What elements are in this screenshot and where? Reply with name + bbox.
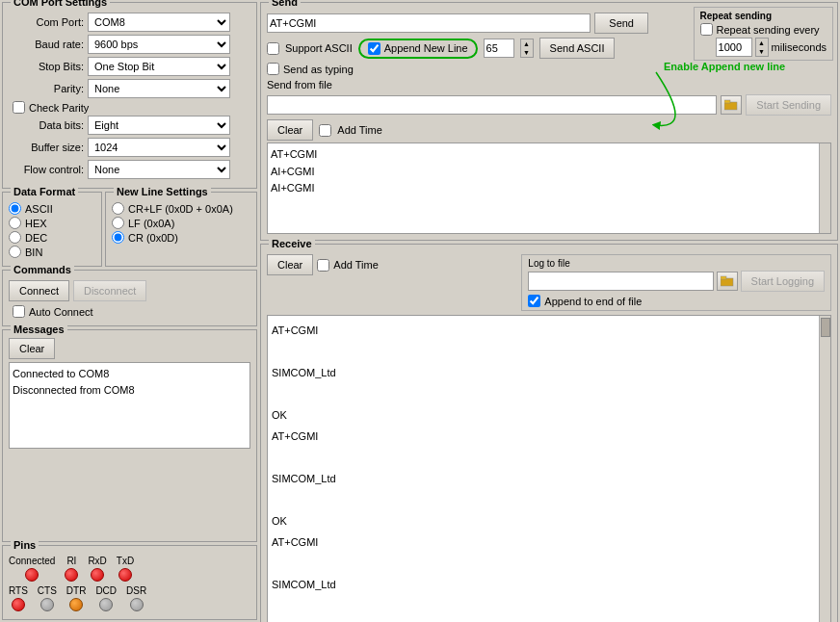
auto-connect-checkbox[interactable] — [13, 305, 25, 318]
pins-group: Pins Connected RI RxD — [2, 545, 257, 620]
send-as-typing-label: Send as typing — [283, 64, 354, 75]
send-file-browse-button[interactable] — [721, 95, 742, 115]
send-add-time-checkbox[interactable] — [319, 124, 331, 137]
start-sending-button[interactable]: Start Sending — [746, 94, 831, 116]
repeat-sending-checkbox[interactable] — [700, 23, 713, 36]
com-port-label: Com Port: — [9, 16, 84, 28]
commands-title: Commands — [11, 264, 74, 275]
parity-label: Parity: — [9, 83, 84, 94]
pin-dsr-led — [130, 598, 144, 611]
append-to-file-label: Append to end of file — [544, 296, 642, 307]
receive-text-area: AT+CGMI SIMCOM_Ltd OK AT+CGMI SIMCOM_Ltd… — [267, 315, 831, 622]
log-to-file-group: Log to file Start Logging Append to end … — [521, 254, 831, 311]
ascii-radio[interactable] — [9, 202, 21, 215]
append-new-line-checkbox[interactable] — [368, 42, 381, 55]
send-text-area: AT+CGMI AI+CGMI AI+CGMI — [267, 143, 831, 234]
support-ascii-checkbox[interactable] — [267, 42, 279, 55]
pin-connected-label: Connected — [9, 556, 55, 566]
stop-bits-label: Stop Bits: — [9, 61, 84, 72]
repeat-every-label: Repeat sending every — [717, 24, 820, 36]
pin-ri-label: RI — [66, 556, 76, 566]
receive-add-time-checkbox[interactable] — [317, 259, 329, 272]
data-format-title: Data Format — [11, 186, 78, 197]
log-file-browse-button[interactable] — [717, 272, 738, 291]
send-add-time-label: Add Time — [337, 124, 381, 136]
flow-control-select[interactable]: None — [88, 160, 230, 179]
lf-label: LF (0x0A) — [128, 218, 174, 229]
log-file-input[interactable] — [528, 272, 713, 291]
dec-radio[interactable] — [9, 231, 21, 244]
pin-rts-label: RTS — [9, 585, 28, 596]
append-new-line-label: Append New Line — [384, 42, 468, 54]
pin-rxd-led — [91, 568, 104, 582]
pin-dtr-led — [69, 598, 83, 611]
com-port-settings-title: COM Port Settings — [11, 0, 110, 8]
pins-title: Pins — [11, 539, 39, 551]
new-line-settings-title: New Line Settings — [114, 186, 211, 197]
send-ascii-button[interactable]: Send ASCII — [539, 38, 616, 59]
send-as-typing-checkbox[interactable] — [267, 63, 279, 75]
dec-label: DEC — [25, 232, 47, 244]
pin-rts: RTS — [9, 585, 28, 611]
char-count-spin-down[interactable]: ▼ — [521, 48, 533, 57]
pin-txd-label: TxD — [117, 556, 134, 566]
char-count-input[interactable] — [484, 39, 514, 58]
pin-ri-led — [65, 568, 78, 582]
pin-dcd: DCD — [95, 585, 117, 611]
pin-cts-led — [40, 598, 54, 611]
repeat-sending-title: Repeat sending — [700, 11, 827, 21]
com-port-settings-group: COM Port Settings Com Port: COM8 Baud ra… — [2, 2, 257, 189]
receive-group: Receive Clear Add Time Log to file — [260, 244, 838, 622]
bin-label: BIN — [25, 246, 42, 258]
crlf-label: CR+LF (0x0D + 0x0A) — [128, 203, 233, 215]
baud-rate-select[interactable]: 9600 bps — [88, 35, 230, 54]
cr-radio[interactable] — [112, 231, 124, 244]
log-to-file-label: Log to file — [528, 258, 825, 269]
pin-dtr-label: DTR — [66, 585, 87, 596]
ascii-label: ASCII — [25, 203, 53, 215]
com-port-select[interactable]: COM8 — [88, 13, 230, 32]
receive-title: Receive — [269, 238, 315, 249]
hex-label: HEX — [25, 218, 47, 229]
send-button[interactable]: Send — [594, 13, 648, 34]
commands-group: Commands Connect Disconnect Auto Connect — [2, 270, 257, 326]
hex-radio[interactable] — [9, 217, 21, 229]
connect-button[interactable]: Connect — [9, 280, 69, 301]
append-new-line-highlight: Append New Line — [358, 39, 478, 59]
pin-txd: TxD — [117, 556, 134, 582]
parity-select[interactable]: None — [88, 79, 230, 98]
receive-scrollbar[interactable] — [819, 316, 830, 622]
char-count-spinners[interactable]: ▲ ▼ — [520, 39, 534, 58]
buffer-size-label: Buffer size: — [9, 142, 84, 153]
messages-content: Connected to COM8 Disconnected from COM8 — [9, 362, 250, 449]
pin-dsr-label: DSR — [126, 585, 146, 596]
check-parity-label: Check Parity — [29, 102, 89, 114]
send-scrollbar[interactable] — [819, 143, 830, 233]
send-clear-button[interactable]: Clear — [267, 119, 313, 141]
check-parity-checkbox[interactable] — [13, 101, 25, 114]
char-count-spin-up[interactable]: ▲ — [521, 39, 533, 48]
send-from-file-label: Send from file — [267, 79, 332, 91]
pin-dcd-led — [99, 598, 113, 611]
auto-connect-label: Auto Connect — [29, 306, 93, 318]
pin-connected: Connected — [9, 556, 55, 582]
append-to-file-checkbox[interactable] — [528, 295, 540, 307]
messages-title: Messages — [11, 324, 67, 335]
buffer-size-select[interactable]: 1024 — [88, 138, 230, 157]
send-file-input[interactable] — [267, 95, 717, 115]
data-bits-select[interactable]: Eight — [88, 116, 230, 135]
disconnect-button[interactable]: Disconnect — [73, 280, 146, 301]
messages-clear-button[interactable]: Clear — [9, 338, 55, 359]
pin-rts-led — [12, 598, 25, 611]
receive-clear-button[interactable]: Clear — [267, 254, 313, 275]
start-logging-button[interactable]: Start Logging — [741, 271, 825, 292]
stop-bits-select[interactable]: One Stop Bit — [88, 57, 230, 76]
pin-cts-label: CTS — [38, 585, 57, 596]
send-input[interactable] — [267, 13, 591, 33]
new-line-settings-group: New Line Settings CR+LF (0x0D + 0x0A) LF… — [105, 192, 257, 267]
bin-radio[interactable] — [9, 246, 21, 258]
svg-rect-1 — [724, 100, 730, 103]
crlf-radio[interactable] — [112, 202, 124, 215]
send-group: Send Repeat sending Repeat sending every… — [260, 2, 838, 241]
lf-radio[interactable] — [112, 217, 124, 229]
